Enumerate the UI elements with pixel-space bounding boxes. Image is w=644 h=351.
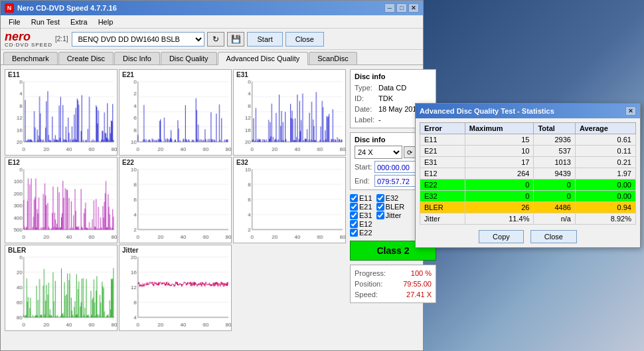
table-row: E311710130.21 [420, 157, 636, 168]
speed-row-prog: Speed: 27.41 X [355, 289, 432, 300]
position-label: Position: [355, 279, 382, 289]
progress-section: Progress: 100 % Position: 79:55.00 Speed… [350, 265, 436, 303]
stats-close-button[interactable]: Close [530, 230, 577, 243]
nero-logo: nero CD·DVD SPEED [5, 31, 52, 48]
progress-val: 100 % [411, 268, 432, 279]
tab-scan-disc[interactable]: ScanDisc [309, 52, 357, 64]
table-row: E32000.00 [420, 191, 636, 202]
chk-jitter-input[interactable] [376, 211, 384, 219]
tab-disc-quality[interactable]: Disc Quality [161, 52, 217, 64]
chart-e31: E31 [233, 69, 346, 156]
stats-title: Advanced Disc Quality Test - Statistics [420, 107, 625, 115]
main-window: N Nero CD-DVD Speed 4.7.7.16 ─ □ ✕ File … [0, 0, 424, 351]
table-row: E111529360.61 [420, 134, 636, 146]
table-row: Jitter11.4%n/a8.92% [420, 213, 636, 225]
chart-e12: E12 [5, 157, 118, 243]
charts-grid: E11 E21 E31 E12 E22 [5, 69, 346, 344]
disc-type-label: Type: [355, 82, 376, 93]
col-maximum: Maximum [465, 123, 534, 134]
disc-label-val: - [378, 114, 381, 125]
tab-create-disc[interactable]: Create Disc [58, 52, 114, 64]
table-row: BLER2644860.94 [420, 202, 636, 213]
chk-e22-label: E22 [359, 229, 372, 237]
position-val: 79:55.00 [403, 279, 432, 289]
disc-type-val: Data CD [378, 82, 406, 93]
menu-bar: File Run Test Extra Help [1, 15, 423, 29]
col-average: Average [575, 123, 635, 134]
menu-run-test[interactable]: Run Test [26, 17, 65, 27]
stats-title-bar: Advanced Disc Quality Test - Statistics … [416, 104, 640, 118]
chk-e21-input[interactable] [350, 203, 358, 211]
stats-table: Error Maximum Total Average E111529360.6… [420, 122, 636, 225]
tab-disc-info[interactable]: Disc Info [114, 52, 160, 64]
chk-e21: E21 [350, 203, 372, 211]
title-bar: N Nero CD-DVD Speed 4.7.7.16 ─ □ ✕ [1, 1, 423, 15]
chk-bler: BLER [376, 203, 405, 211]
tab-advanced-disc-quality[interactable]: Advanced Disc Quality [218, 52, 309, 65]
chk-e32-input[interactable] [376, 194, 384, 202]
stats-body: Error Maximum Total Average E111529360.6… [416, 118, 640, 247]
chk-bler-input[interactable] [376, 203, 384, 211]
window-controls: ─ □ ✕ [384, 3, 419, 13]
chart-jitter: Jitter [119, 245, 232, 331]
chk-e22: E22 [350, 229, 372, 237]
disc-info-type-row: Type: Data CD [355, 82, 432, 93]
progress-row: Progress: 100 % [355, 268, 432, 279]
menu-file[interactable]: File [3, 17, 26, 27]
window-title: Nero CD-DVD Speed 4.7.7.16 [17, 4, 384, 12]
chk-e31-label: E31 [359, 211, 372, 219]
disc-info-title: Disc info [355, 72, 432, 80]
tab-bar: Benchmark Create Disc Disc Info Disc Qua… [1, 50, 423, 65]
speed-select[interactable]: 24 X [355, 146, 402, 159]
chk-bler-label: BLER [386, 203, 405, 211]
stats-buttons: Copy Close [420, 230, 636, 243]
app-icon: N [5, 3, 14, 13]
stats-close-x-button[interactable]: ✕ [625, 106, 636, 116]
col-total: Total [534, 123, 576, 134]
table-row: E21105370.11 [420, 146, 636, 157]
progress-label: Progress: [355, 268, 386, 279]
speed-btn[interactable]: ⟳ [404, 146, 416, 158]
start-time-label: Start: [355, 163, 373, 171]
chk-e11-label: E11 [359, 194, 372, 202]
menu-help[interactable]: Help [93, 17, 119, 27]
menu-extra[interactable]: Extra [65, 17, 93, 27]
chart-empty [233, 245, 346, 331]
disc-id-label: ID: [355, 93, 376, 104]
close-action-button[interactable]: Close [285, 32, 324, 47]
chk-e32: E32 [376, 194, 399, 202]
chk-jitter-label: Jitter [386, 211, 402, 219]
chart-bler: BLER [5, 245, 118, 331]
refresh-button[interactable]: ↻ [207, 32, 224, 47]
close-button[interactable]: ✕ [408, 3, 419, 13]
disc-date-label: Date: [355, 104, 376, 114]
minimize-button[interactable]: ─ [384, 3, 395, 13]
chk-e11-input[interactable] [350, 194, 358, 202]
speed-label: Speed: [355, 289, 378, 300]
copy-button[interactable]: Copy [479, 230, 524, 243]
maximize-button[interactable]: □ [396, 3, 407, 13]
end-time-label: End: [355, 177, 373, 185]
disc-id-val: TDK [378, 93, 393, 104]
tab-benchmark[interactable]: Benchmark [3, 52, 58, 64]
drive-select[interactable]: BENQ DVD DD DW1640 BSLB [72, 32, 204, 47]
stats-header-row: Error Maximum Total Average [420, 123, 636, 134]
save-button[interactable]: 💾 [227, 32, 244, 47]
speed-val: 27.41 X [406, 289, 432, 300]
chk-e31-input[interactable] [350, 211, 358, 219]
chart-e11: E11 [5, 69, 118, 156]
chk-e22-input[interactable] [350, 229, 358, 237]
col-error: Error [420, 123, 465, 134]
stats-window: Advanced Disc Quality Test - Statistics … [415, 103, 641, 248]
chart-e21: E21 [119, 69, 232, 156]
chk-e12-input[interactable] [350, 220, 358, 228]
toolbar: nero CD·DVD SPEED [2:1] BENQ DVD DD DW16… [1, 29, 423, 50]
chart-e22: E22 [119, 157, 232, 243]
chk-e12: E12 [350, 220, 372, 228]
table-row: E22000.00 [420, 179, 636, 191]
drive-label: [2:1] [55, 35, 68, 43]
chk-e32-label: E32 [386, 194, 399, 202]
start-button[interactable]: Start [247, 32, 282, 47]
chk-e21-label: E21 [359, 203, 372, 211]
chk-jitter: Jitter [376, 211, 402, 219]
